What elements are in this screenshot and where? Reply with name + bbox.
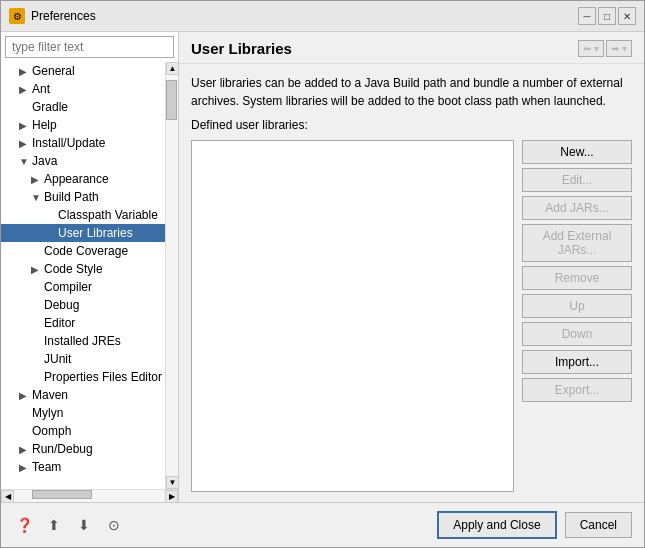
- tree-item-classpath-variable[interactable]: Classpath Variable: [1, 206, 165, 224]
- tree-item-general[interactable]: ▶General: [1, 62, 165, 80]
- export-prefs-button[interactable]: ⬆: [43, 514, 65, 536]
- tree-item-debug[interactable]: Debug: [1, 296, 165, 314]
- tree-label-java: Java: [32, 154, 57, 168]
- tree-item-ant[interactable]: ▶Ant: [1, 80, 165, 98]
- libraries-row: New...Edit...Add JARs...Add External JAR…: [191, 140, 632, 492]
- tree-arrow-code-style: ▶: [31, 264, 41, 275]
- export-button[interactable]: Export...: [522, 378, 632, 402]
- add-jars-button[interactable]: Add JARs...: [522, 196, 632, 220]
- cancel-button[interactable]: Cancel: [565, 512, 632, 538]
- tree-arrow-appearance: ▶: [31, 174, 41, 185]
- new-button[interactable]: New...: [522, 140, 632, 164]
- tree-label-compiler: Compiler: [44, 280, 92, 294]
- footer-icons: ❓ ⬆ ⬇ ⊙: [13, 514, 429, 536]
- remove-button[interactable]: Remove: [522, 266, 632, 290]
- tree-item-junit[interactable]: JUnit: [1, 350, 165, 368]
- window-controls: ─ □ ✕: [578, 7, 636, 25]
- horizontal-scrollbar[interactable]: ◀ ▶: [1, 489, 178, 502]
- title-bar: ⚙ Preferences ─ □ ✕: [1, 1, 644, 32]
- tree-item-help[interactable]: ▶Help: [1, 116, 165, 134]
- tree-label-build-path: Build Path: [44, 190, 99, 204]
- scroll-down-arrow[interactable]: ▼: [166, 476, 178, 489]
- tree-item-team[interactable]: ▶Team: [1, 458, 165, 476]
- maximize-button[interactable]: □: [598, 7, 616, 25]
- tree-arrow-maven: ▶: [19, 390, 29, 401]
- tree-item-compiler[interactable]: Compiler: [1, 278, 165, 296]
- tree-area[interactable]: ▶General▶AntGradle▶Help▶Install/Update▼J…: [1, 62, 165, 489]
- window-title: Preferences: [31, 9, 96, 23]
- nav-arrows: ⬅ ▾ ➡ ▾: [578, 40, 632, 57]
- description-text: User libraries can be added to a Java Bu…: [191, 74, 632, 110]
- right-panel: User Libraries ⬅ ▾ ➡ ▾ User libraries ca…: [179, 32, 644, 502]
- tree-item-properties-files-editor[interactable]: Properties Files Editor: [1, 368, 165, 386]
- tree-item-gradle[interactable]: Gradle: [1, 98, 165, 116]
- tree-item-run-debug[interactable]: ▶Run/Debug: [1, 440, 165, 458]
- close-button[interactable]: ✕: [618, 7, 636, 25]
- apply-close-button[interactable]: Apply and Close: [437, 511, 556, 539]
- left-panel: ▶General▶AntGradle▶Help▶Install/Update▼J…: [1, 32, 179, 502]
- back-button[interactable]: ⬅ ▾: [578, 40, 604, 57]
- vertical-scrollbar[interactable]: ▲ ▼: [165, 62, 178, 489]
- tree-label-code-coverage: Code Coverage: [44, 244, 128, 258]
- right-header: User Libraries ⬅ ▾ ➡ ▾: [179, 32, 644, 64]
- right-content: User libraries can be added to a Java Bu…: [179, 64, 644, 502]
- tree-label-installed-jres: Installed JREs: [44, 334, 121, 348]
- section-label: Defined user libraries:: [191, 118, 632, 132]
- tree-item-installed-jres[interactable]: Installed JREs: [1, 332, 165, 350]
- tree-arrow-build-path: ▼: [31, 192, 41, 203]
- add-external-jars-button[interactable]: Add External JARs...: [522, 224, 632, 262]
- tree-label-run-debug: Run/Debug: [32, 442, 93, 456]
- import-prefs-button[interactable]: ⬇: [73, 514, 95, 536]
- preferences-icon: ⚙: [9, 8, 25, 24]
- action-buttons: New...Edit...Add JARs...Add External JAR…: [522, 140, 632, 492]
- tree-label-ant: Ant: [32, 82, 50, 96]
- help-icon-button[interactable]: ❓: [13, 514, 35, 536]
- edit-button[interactable]: Edit...: [522, 168, 632, 192]
- import-button[interactable]: Import...: [522, 350, 632, 374]
- tree-label-junit: JUnit: [44, 352, 71, 366]
- tree-label-properties-files-editor: Properties Files Editor: [44, 370, 162, 384]
- tree-item-install-update[interactable]: ▶Install/Update: [1, 134, 165, 152]
- hscroll-track: [14, 490, 165, 502]
- bottom-bar: ❓ ⬆ ⬇ ⊙ Apply and Close Cancel: [1, 502, 644, 547]
- scroll-right-arrow[interactable]: ▶: [165, 490, 178, 503]
- content-area: ▶General▶AntGradle▶Help▶Install/Update▼J…: [1, 32, 644, 502]
- tree-label-editor: Editor: [44, 316, 75, 330]
- tree-item-java[interactable]: ▼Java: [1, 152, 165, 170]
- minimize-button[interactable]: ─: [578, 7, 596, 25]
- up-button[interactable]: Up: [522, 294, 632, 318]
- tree-label-mylyn: Mylyn: [32, 406, 63, 420]
- tree-item-code-coverage[interactable]: Code Coverage: [1, 242, 165, 260]
- tree-arrow-ant: ▶: [19, 84, 29, 95]
- user-libraries-list[interactable]: [191, 140, 514, 492]
- revert-button[interactable]: ⊙: [103, 514, 125, 536]
- scroll-up-arrow[interactable]: ▲: [166, 62, 178, 75]
- tree-arrow-run-debug: ▶: [19, 444, 29, 455]
- tree-label-classpath-variable: Classpath Variable: [58, 208, 158, 222]
- tree-label-appearance: Appearance: [44, 172, 109, 186]
- hscroll-thumb[interactable]: [32, 490, 92, 499]
- tree-item-build-path[interactable]: ▼Build Path: [1, 188, 165, 206]
- tree-label-code-style: Code Style: [44, 262, 103, 276]
- scroll-thumb[interactable]: [166, 80, 177, 120]
- down-button[interactable]: Down: [522, 322, 632, 346]
- forward-button[interactable]: ➡ ▾: [606, 40, 632, 57]
- tree-item-editor[interactable]: Editor: [1, 314, 165, 332]
- tree-item-code-style[interactable]: ▶Code Style: [1, 260, 165, 278]
- tree-item-oomph[interactable]: Oomph: [1, 422, 165, 440]
- tree-label-user-libraries: User Libraries: [58, 226, 133, 240]
- tree-item-appearance[interactable]: ▶Appearance: [1, 170, 165, 188]
- scroll-track: [166, 75, 178, 476]
- tree-item-mylyn[interactable]: Mylyn: [1, 404, 165, 422]
- tree-item-maven[interactable]: ▶Maven: [1, 386, 165, 404]
- tree-item-user-libraries[interactable]: User Libraries: [1, 224, 165, 242]
- tree-label-oomph: Oomph: [32, 424, 71, 438]
- left-panel-inner: ▶General▶AntGradle▶Help▶Install/Update▼J…: [1, 62, 178, 489]
- filter-input[interactable]: [5, 36, 174, 58]
- tree-arrow-install-update: ▶: [19, 138, 29, 149]
- tree-label-help: Help: [32, 118, 57, 132]
- tree-label-gradle: Gradle: [32, 100, 68, 114]
- title-bar-left: ⚙ Preferences: [9, 8, 96, 24]
- tree-label-debug: Debug: [44, 298, 79, 312]
- scroll-left-arrow[interactable]: ◀: [1, 490, 14, 503]
